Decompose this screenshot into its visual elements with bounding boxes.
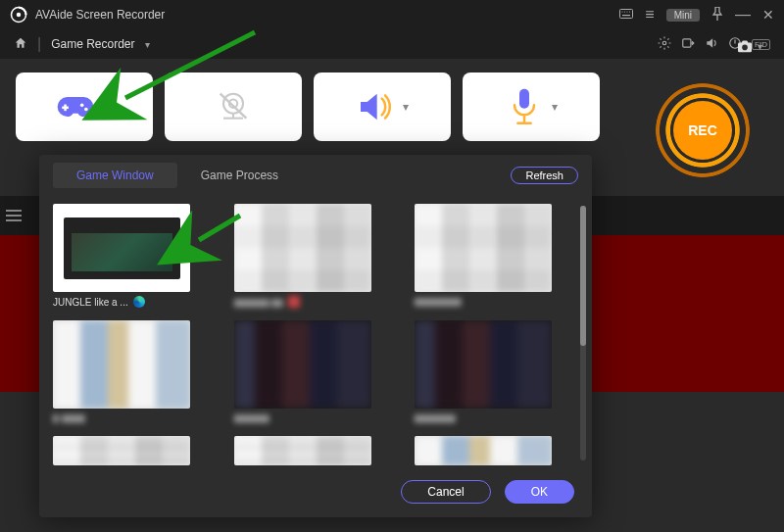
ok-button[interactable]: OK <box>505 480 574 504</box>
webcam-card[interactable] <box>165 73 302 141</box>
refresh-button[interactable]: Refresh <box>511 167 578 184</box>
export-icon[interactable] <box>681 36 695 53</box>
minimize-button[interactable]: — <box>735 6 751 24</box>
mini-mode-button[interactable]: Mini <box>666 9 700 22</box>
window-item[interactable]: ▮▮▮▮▮▮▮▮ <box>415 204 566 309</box>
window-thumbnail[interactable] <box>415 320 552 409</box>
window-grid: JUNGLE like a ... ▮▮▮▮▮▮ ▮▮ ▮▮▮▮▮▮▮▮ ▮ ▮… <box>39 196 580 470</box>
scrollbar-thumb[interactable] <box>580 206 586 346</box>
svg-point-5 <box>627 11 628 12</box>
window-item[interactable] <box>234 436 386 466</box>
chevron-down-icon[interactable]: ▾ <box>403 100 409 114</box>
mode-selector[interactable]: Game Recorder <box>51 37 134 51</box>
settings-icon[interactable] <box>658 36 671 53</box>
window-thumbnail[interactable] <box>234 204 371 292</box>
record-button[interactable]: REC <box>649 76 757 184</box>
window-thumbnail[interactable] <box>415 204 552 292</box>
window-label: ▮ ▮▮▮▮ <box>53 412 190 423</box>
edge-browser-icon <box>133 296 145 308</box>
window-thumbnail[interactable] <box>53 320 190 409</box>
svg-point-1 <box>17 13 22 18</box>
chevron-down-icon[interactable]: ▾ <box>145 39 150 50</box>
toolbar: | Game Recorder ▾ FID <box>0 29 784 59</box>
window-label: ▮▮▮▮▮▮▮ <box>415 412 552 423</box>
window-label: JUNGLE like a ... <box>53 296 190 308</box>
svg-rect-13 <box>62 107 69 110</box>
game-window-popup: Game Window Game Process Refresh JUNGLE … <box>39 155 592 517</box>
svg-rect-19 <box>519 89 529 109</box>
window-item[interactable]: JUNGLE like a ... <box>53 204 205 309</box>
window-item[interactable] <box>53 436 205 466</box>
svg-point-3 <box>622 11 623 12</box>
app-title: AVAide Screen Recorder <box>35 8 612 22</box>
menu-icon[interactable]: ≡ <box>645 6 654 24</box>
tab-game-window[interactable]: Game Window <box>53 163 177 188</box>
svg-point-4 <box>624 11 625 12</box>
window-label: ▮▮▮▮▮▮▮▮ <box>415 296 552 307</box>
screenshot-button[interactable]: ▾ <box>736 39 762 53</box>
window-thumbnail[interactable] <box>415 436 552 465</box>
window-item[interactable]: ▮▮▮▮▮▮ <box>234 320 386 424</box>
volume-icon[interactable] <box>705 36 718 53</box>
window-item[interactable] <box>415 436 566 466</box>
svg-rect-2 <box>620 10 633 19</box>
window-item[interactable]: ▮▮▮▮▮▮ ▮▮ <box>234 204 386 309</box>
window-thumbnail[interactable] <box>234 436 371 465</box>
svg-point-8 <box>662 41 666 45</box>
svg-point-11 <box>742 45 748 51</box>
tab-game-process[interactable]: Game Process <box>177 163 302 188</box>
cancel-button[interactable]: Cancel <box>401 480 490 504</box>
home-icon[interactable] <box>14 36 27 53</box>
svg-point-16 <box>223 94 243 114</box>
chevron-down-icon[interactable]: ✓ <box>103 100 113 114</box>
window-thumbnail[interactable] <box>234 320 371 409</box>
hamburger-icon[interactable] <box>6 210 22 221</box>
titlebar: AVAide Screen Recorder ≡ Mini — ✕ <box>0 0 784 29</box>
window-item[interactable]: ▮▮▮▮▮▮▮ <box>415 320 566 424</box>
game-card[interactable]: ✓ <box>16 73 153 141</box>
window-label: ▮▮▮▮▮▮ ▮▮ <box>234 296 371 308</box>
speaker-card[interactable]: ▾ <box>314 73 451 141</box>
window-label: ▮▮▮▮▮▮ <box>234 412 371 423</box>
svg-rect-9 <box>683 38 691 46</box>
pin-icon[interactable] <box>711 7 723 23</box>
chevron-down-icon[interactable]: ▾ <box>758 41 762 52</box>
microphone-card[interactable]: ▾ <box>463 73 600 141</box>
svg-point-14 <box>80 104 84 108</box>
window-thumbnail[interactable] <box>53 204 190 292</box>
scrollbar[interactable] <box>580 206 586 460</box>
svg-point-6 <box>629 11 630 12</box>
window-item[interactable]: ▮ ▮▮▮▮ <box>53 320 205 424</box>
window-thumbnail[interactable] <box>53 436 190 465</box>
app-logo-icon <box>10 6 27 24</box>
svg-rect-7 <box>622 15 630 16</box>
close-button[interactable]: ✕ <box>762 7 774 23</box>
svg-point-15 <box>84 108 88 112</box>
chevron-down-icon[interactable]: ▾ <box>552 100 558 114</box>
keyboard-icon[interactable] <box>619 9 633 21</box>
